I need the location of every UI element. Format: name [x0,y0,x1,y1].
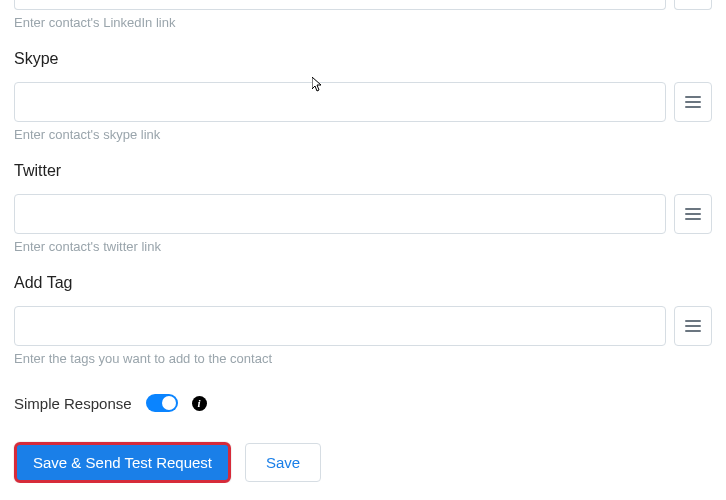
skype-input[interactable] [14,82,666,122]
simple-response-toggle[interactable] [146,394,178,412]
twitter-input[interactable] [14,194,666,234]
addtag-input[interactable] [14,306,666,346]
twitter-menu-button[interactable] [674,194,712,234]
twitter-field-group: Twitter Enter contact's twitter link [14,162,712,254]
action-button-row: Save & Send Test Request Save [14,442,712,483]
twitter-helper: Enter contact's twitter link [14,239,712,254]
hamburger-icon [685,96,701,108]
skype-field-group: Skype Enter contact's skype link [14,50,712,142]
linkedin-field-group: Enter contact's LinkedIn link [14,0,712,30]
hamburger-icon [685,208,701,220]
info-icon[interactable]: i [192,396,207,411]
addtag-menu-button[interactable] [674,306,712,346]
skype-helper: Enter contact's skype link [14,127,712,142]
save-send-test-button[interactable]: Save & Send Test Request [14,442,231,483]
twitter-label: Twitter [14,162,712,180]
addtag-field-group: Add Tag Enter the tags you want to add t… [14,274,712,366]
hamburger-icon [685,320,701,332]
toggle-knob [162,396,176,410]
linkedin-menu-button-partial[interactable] [674,0,712,10]
linkedin-input-partial[interactable] [14,0,666,10]
simple-response-row: Simple Response i [14,394,712,412]
addtag-label: Add Tag [14,274,712,292]
skype-menu-button[interactable] [674,82,712,122]
linkedin-helper: Enter contact's LinkedIn link [14,15,712,30]
save-button[interactable]: Save [245,443,321,482]
addtag-helper: Enter the tags you want to add to the co… [14,351,712,366]
skype-label: Skype [14,50,712,68]
simple-response-label: Simple Response [14,395,132,412]
